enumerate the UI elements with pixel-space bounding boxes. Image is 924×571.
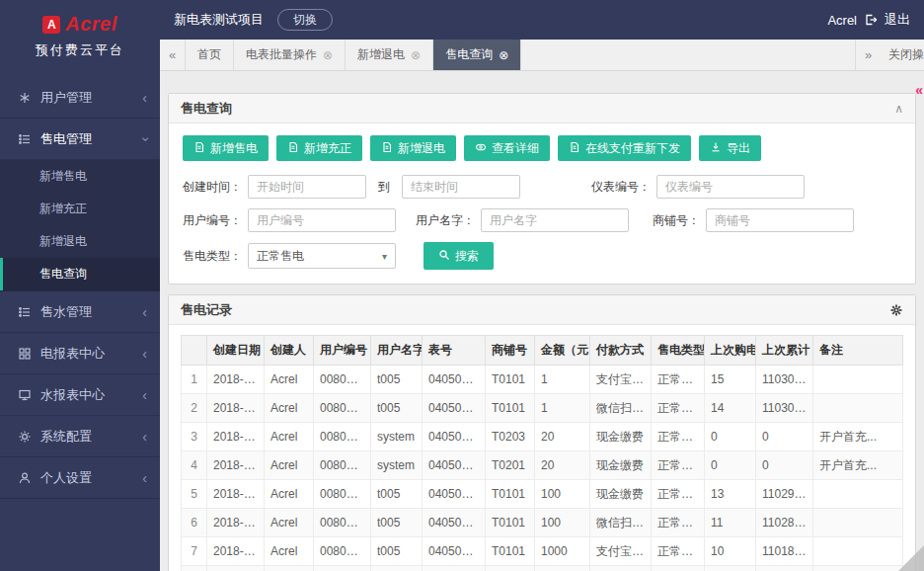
- tab-sale-query[interactable]: 售电查询 ⊗: [433, 40, 521, 70]
- asterisk-icon: [18, 91, 32, 105]
- sidebar-item-label: 个人设置: [40, 469, 142, 487]
- main-column: 新电表测试项目 切换 Acrel 退出 « 首页 电表批量操作 ⊗ 新增退电 ⊗: [160, 0, 924, 571]
- cell-index: 1: [182, 366, 207, 394]
- cell-sale-type: 正常售电: [652, 451, 705, 480]
- add-correction-button[interactable]: 新增充正: [276, 135, 362, 161]
- cell-last-purchase: 9: [705, 566, 756, 571]
- chevron-down-icon: ‹: [138, 136, 152, 141]
- sidebar-item-user-mgmt[interactable]: 用户管理 ‹: [0, 77, 160, 119]
- user-name-input[interactable]: [481, 208, 629, 232]
- collapse-panel-icon[interactable]: ∧: [894, 102, 903, 116]
- table-row[interactable]: 1 2018-08-... Acrel 0080024 t005 0405010…: [182, 366, 903, 394]
- add-refund-button[interactable]: 新增退电: [370, 135, 456, 161]
- sidebar-subitem-add-sale[interactable]: 新增售电: [0, 160, 160, 193]
- tab-add-refund[interactable]: 新增退电 ⊗: [346, 40, 433, 70]
- sidebar-item-w-report[interactable]: 水报表中心 ‹: [0, 374, 160, 416]
- corner-decoration: [898, 545, 924, 571]
- col-header-last-purchase: 上次购电: [705, 336, 756, 366]
- start-time-input[interactable]: [248, 175, 366, 199]
- add-sale-button[interactable]: 新增售电: [183, 135, 269, 161]
- cell-remark: [813, 366, 903, 394]
- col-header-shop-no: 商铺号: [486, 336, 535, 366]
- close-tab-icon[interactable]: ⊗: [323, 49, 333, 61]
- user-no-input[interactable]: [248, 208, 396, 232]
- cell-last-purchase: 0: [705, 451, 756, 480]
- sidebar-subitem-sale-query[interactable]: 售电查询: [0, 258, 160, 290]
- tabs-scroll-left-button[interactable]: «: [160, 40, 186, 70]
- cell-user-no: 0080029: [314, 451, 371, 480]
- cell-shop-no: T0101: [486, 366, 535, 394]
- cell-last-purchase: 11: [705, 509, 756, 537]
- tab-meter-batch[interactable]: 电表批量操作 ⊗: [234, 40, 346, 70]
- table-row[interactable]: 7 2018-08-... Acrel 0080024 t005 0405010…: [182, 537, 903, 566]
- cell-index: 8: [182, 566, 207, 571]
- caret-down-icon: ▾: [382, 251, 387, 262]
- table-row[interactable]: 6 2018-08-... Acrel 0080024 t005 0405010…: [182, 509, 903, 537]
- tab-home[interactable]: 首页: [186, 40, 234, 70]
- close-tab-icon[interactable]: ⊗: [411, 49, 421, 61]
- sidebar-item-personal[interactable]: 个人设置 ‹: [0, 457, 160, 499]
- close-tab-icon[interactable]: ⊗: [499, 49, 508, 61]
- cell-remark: 开户首充...: [813, 451, 903, 480]
- sidebar-item-system-config[interactable]: 系统配置 ‹: [0, 416, 160, 457]
- search-icon: [438, 249, 450, 264]
- table-row[interactable]: 3 2018-08-... Acrel 0080029 system 04050…: [182, 423, 903, 451]
- cell-remark: [813, 480, 903, 509]
- sale-type-select[interactable]: 正常售电 ▾: [248, 243, 396, 269]
- cell-amount: 100: [535, 509, 590, 537]
- panel-slide-toggle-icon[interactable]: «: [915, 83, 923, 97]
- table-row[interactable]: 4 2018-08-... Acrel 0080029 system 04050…: [182, 451, 903, 480]
- table-row[interactable]: 8 2018-08-... Acrel 0080024 t005 0405010…: [182, 566, 903, 571]
- cell-remark: [813, 394, 903, 423]
- end-time-input[interactable]: [402, 175, 520, 199]
- top-header: 新电表测试项目 切换 Acrel 退出: [160, 0, 924, 40]
- table-settings-gear-icon[interactable]: [889, 303, 903, 317]
- chevron-left-icon: ‹: [142, 91, 147, 105]
- table-row[interactable]: 5 2018-08-... Acrel 0080024 t005 0405010…: [182, 480, 903, 509]
- grid-icon: [18, 347, 32, 361]
- view-detail-button[interactable]: 查看详细: [464, 135, 550, 161]
- sidebar-item-e-report[interactable]: 电报表中心 ‹: [0, 333, 160, 374]
- create-time-label: 创建时间：: [183, 179, 242, 196]
- tabs-scroll-right-button[interactable]: »: [855, 40, 881, 70]
- cell-last-total: 1102891...: [756, 509, 813, 537]
- sidebar-item-water-sale[interactable]: 售水管理 ‹: [0, 291, 160, 333]
- submenu-item-label: 售电查询: [39, 266, 87, 283]
- cell-last-total: 1103082...: [756, 366, 813, 394]
- sidebar-item-label: 售水管理: [40, 303, 142, 321]
- cell-shop-no: T0101: [486, 480, 535, 509]
- submenu-item-label: 新增售电: [39, 168, 87, 185]
- close-operations-menu[interactable]: 关闭操: [881, 40, 924, 70]
- sidebar-item-sale-mgmt[interactable]: 售电管理 ‹: [0, 119, 160, 160]
- cell-payment: 支付宝扫码...: [590, 537, 652, 566]
- cell-last-purchase: 13: [705, 480, 756, 509]
- brand-area: A Acrel 预付费云平台: [0, 0, 160, 77]
- logout-icon[interactable]: [864, 13, 878, 27]
- cell-user-name: t005: [371, 537, 423, 566]
- doc-icon: [287, 141, 299, 156]
- meter-no-input[interactable]: [656, 175, 805, 199]
- shop-no-label: 商铺号：: [653, 212, 700, 229]
- table-body: 1 2018-08-... Acrel 0080024 t005 0405010…: [182, 366, 903, 571]
- sidebar-subitem-add-refund[interactable]: 新增退电: [0, 225, 160, 258]
- cell-shop-no: T0101: [486, 394, 535, 423]
- cell-payment: 微信扫码支...: [590, 394, 652, 423]
- sale-records-table: 创建日期 创建人 用户编号 用户名字 表号 商铺号 金额（元 付款方式 售电类型…: [181, 335, 903, 571]
- online-pay-reissue-button[interactable]: 在线支付重新下发: [558, 135, 691, 161]
- export-button[interactable]: 导出: [699, 135, 761, 161]
- switch-project-button[interactable]: 切换: [277, 9, 333, 31]
- user-name-label: 用户名字：: [416, 212, 475, 229]
- sidebar-subitem-add-correction[interactable]: 新增充正: [0, 193, 160, 225]
- cell-amount: 100: [535, 480, 590, 509]
- table-row[interactable]: 2 2018-08-... Acrel 0080024 t005 0405010…: [182, 394, 903, 423]
- button-label: 新增充正: [304, 140, 351, 157]
- cell-user-no: 0080029: [314, 423, 371, 451]
- cell-meter-no: 0405010...: [423, 480, 486, 509]
- logout-link[interactable]: 退出: [885, 11, 910, 29]
- search-button[interactable]: 搜索: [424, 242, 494, 270]
- shop-no-input[interactable]: [706, 208, 854, 232]
- col-header-user-name: 用户名字: [371, 336, 423, 366]
- sale-records-panel: 售电记录: [168, 294, 916, 571]
- list-icon: [18, 305, 32, 319]
- sidebar-item-label: 电报表中心: [40, 345, 142, 363]
